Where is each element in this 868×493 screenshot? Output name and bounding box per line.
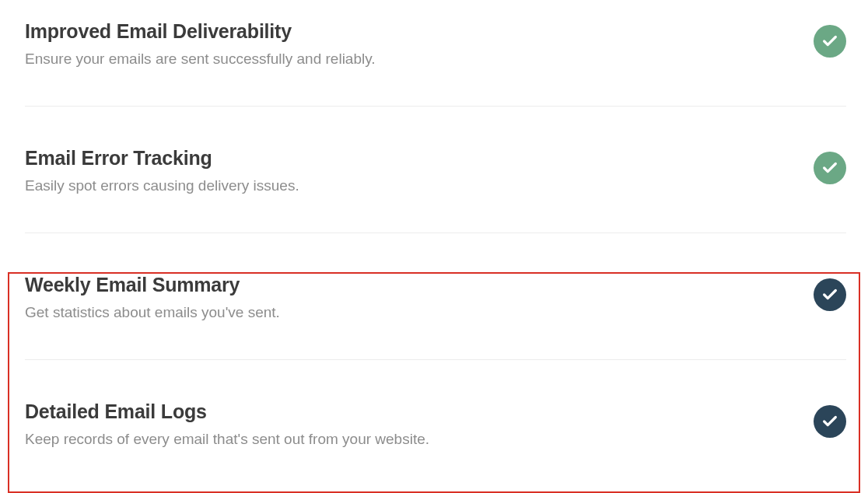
feature-text: Improved Email Deliverability Ensure you… — [25, 20, 814, 68]
checkmark-icon — [814, 152, 846, 184]
feature-row-weekly-summary: Weekly Email Summary Get statistics abou… — [25, 233, 846, 360]
checkmark-icon — [814, 278, 846, 311]
checkmark-icon — [814, 25, 846, 58]
features-list: Improved Email Deliverability Ensure you… — [0, 0, 868, 454]
feature-description: Get statistics about emails you've sent. — [25, 304, 814, 321]
feature-row-error-tracking: Email Error Tracking Easily spot errors … — [25, 107, 846, 233]
feature-row-detailed-logs: Detailed Email Logs Keep records of ever… — [25, 360, 846, 454]
feature-title: Detailed Email Logs — [25, 400, 814, 423]
feature-title: Improved Email Deliverability — [25, 20, 814, 43]
feature-text: Weekly Email Summary Get statistics abou… — [25, 274, 814, 321]
feature-text: Email Error Tracking Easily spot errors … — [25, 147, 814, 194]
feature-description: Ensure your emails are sent successfully… — [25, 51, 814, 68]
checkmark-icon — [814, 405, 846, 438]
feature-description: Keep records of every email that's sent … — [25, 431, 814, 448]
feature-row-deliverability: Improved Email Deliverability Ensure you… — [25, 20, 846, 107]
feature-text: Detailed Email Logs Keep records of ever… — [25, 400, 814, 448]
feature-title: Email Error Tracking — [25, 147, 814, 170]
feature-description: Easily spot errors causing delivery issu… — [25, 177, 814, 194]
feature-title: Weekly Email Summary — [25, 274, 814, 296]
